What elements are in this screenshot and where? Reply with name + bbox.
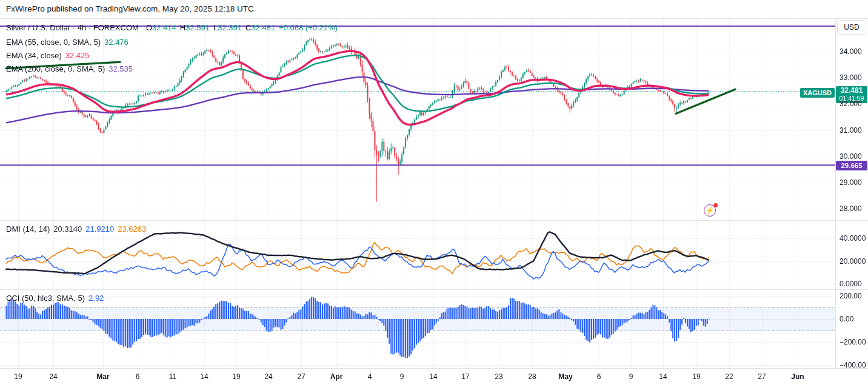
time-axis-label[interactable]: Jun bbox=[791, 372, 804, 381]
dmi-label: DMI (14, 14) bbox=[6, 224, 50, 234]
dmi-adx-value: 20.3140 bbox=[53, 224, 82, 234]
time-axis-label[interactable]: 19 bbox=[14, 372, 22, 381]
last-price-value: 32.481 bbox=[841, 87, 863, 95]
time-axis-label[interactable]: Mar bbox=[96, 372, 109, 381]
price-change: +0.068 (+0.21%) bbox=[279, 23, 338, 32]
ohlc-key: O bbox=[146, 23, 152, 32]
dmi-minusdi-value: 23.6263 bbox=[118, 224, 146, 234]
dmi-tick: 20.0000 bbox=[840, 257, 866, 266]
ema34-value: 32.425 bbox=[65, 51, 90, 60]
time-axis-label[interactable]: 6 bbox=[136, 372, 140, 381]
cci-tick: −200.00 bbox=[840, 338, 866, 346]
price-level-value: 29.665 bbox=[841, 162, 862, 169]
ema34-legend-row[interactable]: EMA (34, close) 32.425 bbox=[6, 50, 90, 61]
ohlc-value: 32.481 bbox=[251, 23, 275, 32]
price-tick: 32.000 bbox=[840, 99, 862, 108]
tradingview-chart-window: { "header": { "title": "FxWirePro publis… bbox=[0, 0, 868, 390]
time-axis-label[interactable]: 4 bbox=[368, 372, 372, 381]
dmi-tick: 0.0000 bbox=[840, 280, 862, 288]
time-axis-label[interactable]: May bbox=[558, 372, 572, 381]
ohlc-key: H bbox=[180, 23, 185, 32]
ohlc-value: 32.591 bbox=[185, 23, 210, 32]
ohlc-value: 32.391 bbox=[218, 23, 242, 32]
ema200-legend-row[interactable]: EMA (200, close, 0, SMA, 5) 32.535 bbox=[6, 63, 133, 74]
price-tick: 30.000 bbox=[840, 152, 862, 161]
cci-tick: 200.00 bbox=[840, 292, 862, 300]
price-axis-border bbox=[835, 18, 836, 368]
ema200-label: EMA (200, close, 0, SMA, 5) bbox=[6, 64, 105, 73]
cci-label: CCI (50, hlc3, SMA, 5) bbox=[6, 294, 85, 303]
time-axis-label[interactable]: 28 bbox=[528, 372, 536, 381]
publish-header-title: FxWirePro published on TradingView.com, … bbox=[6, 4, 254, 13]
time-axis-label[interactable]: Apr bbox=[330, 372, 343, 381]
ema55-legend-row[interactable]: EMA (55, close, 0, SMA, 5) 32.476 bbox=[6, 36, 129, 47]
time-axis-label[interactable]: 19 bbox=[232, 372, 240, 381]
time-axis-label[interactable]: 14 bbox=[429, 372, 437, 381]
price-chart-canvas[interactable] bbox=[0, 0, 868, 390]
price-tick: 28.000 bbox=[840, 204, 862, 213]
symbol-badge-text: XAGUSD bbox=[803, 89, 832, 96]
currency-usd-button[interactable]: USD bbox=[837, 20, 866, 35]
time-axis-label[interactable]: 22 bbox=[725, 372, 733, 381]
time-axis-label[interactable]: 27 bbox=[297, 372, 305, 381]
cci-tick: 0.00 bbox=[840, 315, 853, 323]
time-axis-label[interactable]: 11 bbox=[169, 372, 176, 381]
price-tick: 31.000 bbox=[840, 126, 862, 135]
dmi-legend-row[interactable]: DMI (14, 14) 20.3140 21.9210 23.6263 bbox=[6, 223, 146, 234]
time-axis-label[interactable]: 17 bbox=[461, 372, 469, 381]
ohlc-value: 32.414 bbox=[152, 23, 176, 32]
time-axis-label[interactable]: 24 bbox=[49, 372, 57, 381]
dmi-plusdi-value: 21.9210 bbox=[85, 224, 114, 234]
cci-tick: −400.00 bbox=[840, 361, 866, 369]
price-tick: 29.000 bbox=[840, 178, 862, 187]
symbol-title: Silver / U.S. Dollar · 4h · FOREXCOM bbox=[6, 23, 139, 32]
symbol-legend-row[interactable]: Silver / U.S. Dollar · 4h · FOREXCOM O32… bbox=[6, 22, 338, 33]
dmi-tick: 40.0000 bbox=[840, 234, 866, 243]
quick-action-button[interactable]: ⚡ bbox=[703, 203, 718, 218]
ema55-value: 32.476 bbox=[104, 38, 129, 47]
chart-top-border bbox=[0, 18, 868, 19]
price-level-badge: 29.665 bbox=[836, 161, 867, 170]
pane-separator-time-axis bbox=[0, 368, 868, 369]
time-axis-label[interactable]: 24 bbox=[264, 372, 272, 381]
pane-separator-dmi-cci[interactable] bbox=[0, 289, 868, 290]
time-axis-label[interactable]: 9 bbox=[629, 372, 633, 381]
pane-separator-main-dmi[interactable] bbox=[0, 220, 868, 221]
ema200-value: 32.535 bbox=[109, 64, 133, 73]
cci-legend-row[interactable]: CCI (50, hlc3, SMA, 5) 2.92 bbox=[6, 292, 104, 303]
time-axis-label[interactable]: 14 bbox=[659, 372, 667, 381]
time-axis-label[interactable]: 6 bbox=[597, 372, 601, 381]
ema34-label: EMA (34, close) bbox=[6, 51, 62, 60]
ohlc-values: O32.414H32.591L32.391C32.481 bbox=[142, 23, 275, 32]
time-axis-label[interactable]: 14 bbox=[200, 372, 208, 381]
time-axis-label[interactable]: 19 bbox=[692, 372, 700, 381]
ema55-label: EMA (55, close, 0, SMA, 5) bbox=[6, 38, 101, 47]
time-axis-label[interactable]: 27 bbox=[758, 372, 766, 381]
time-axis-label[interactable]: 9 bbox=[400, 372, 404, 381]
ohlc-key: C bbox=[245, 23, 251, 32]
publish-header: FxWirePro published on TradingView.com, … bbox=[0, 0, 868, 18]
price-tick: 34.000 bbox=[840, 47, 862, 56]
notification-dot bbox=[713, 203, 718, 207]
cci-value: 2.92 bbox=[88, 294, 104, 303]
symbol-price-label-badge: XAGUSD bbox=[800, 88, 835, 98]
time-axis-label[interactable]: 23 bbox=[495, 372, 502, 381]
price-tick: 33.000 bbox=[840, 73, 862, 82]
